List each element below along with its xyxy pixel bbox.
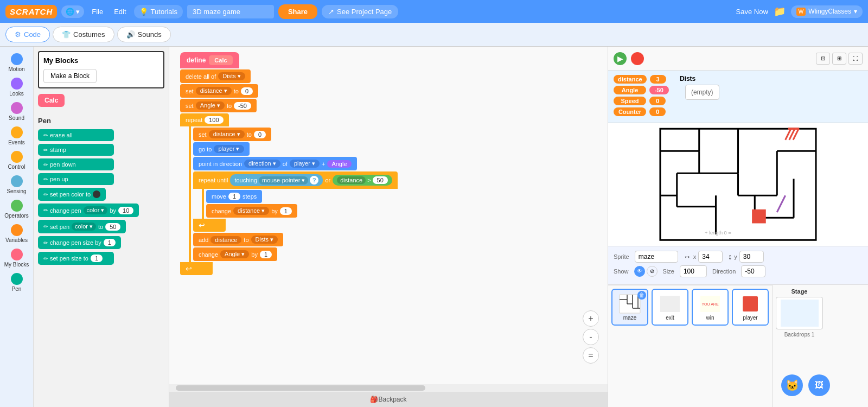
define-block[interactable]: define Calc [180,52,239,68]
set-distance-block-2[interactable]: set distance ▾ to 0 [193,128,271,141]
angle-badge[interactable]: Angle [327,160,351,168]
small-stage-button[interactable]: ⊡ [816,53,830,65]
change-pen-size-block[interactable]: ✏ change pen size by 1 [38,236,121,249]
y-input[interactable] [739,251,764,263]
sidebar-item-looks[interactable]: Looks [2,75,32,99]
x-input[interactable] [698,251,723,263]
change-angle-block[interactable]: change Angle ▾ by 1 [193,247,277,261]
change-angle-dropdown[interactable]: Angle ▾ [220,250,249,258]
tutorials-button[interactable]: 💡 Tutorials [134,5,183,18]
pen-color2-value[interactable]: 50 [105,223,120,231]
pen-size2-value[interactable]: 1 [91,255,103,262]
point-direction-block[interactable]: point in direction direction ▾ of player… [193,157,357,170]
pen-color-dropdown[interactable]: color ▾ [84,206,108,214]
project-title-input[interactable] [187,5,274,18]
make-block-button[interactable]: Make a Block [43,69,97,83]
direction-dropdown[interactable]: direction ▾ [244,160,280,168]
show-hidden-button[interactable]: ⊘ [647,266,658,277]
fullscreen-button[interactable]: ⛶ [848,53,863,65]
sprite-maze[interactable]: 🗑 [611,289,648,326]
repeat-100-block[interactable]: repeat 100 [180,113,229,126]
zoom-out-button[interactable]: - [583,329,599,345]
sidebar-item-operators[interactable]: Operators [2,198,32,221]
pen-size-value[interactable]: 1 [104,239,116,246]
backpack-bar[interactable]: 🎒 Backpack [169,392,608,407]
sidebar-item-sound[interactable]: Sound [2,100,32,123]
distance-dropdown-2[interactable]: distance ▾ [209,130,245,138]
angle-dropdown[interactable]: Angle ▾ [196,101,225,110]
sidebar-item-variables[interactable]: Variables [2,222,32,245]
sprite-name-input[interactable] [635,251,678,263]
sprite-win[interactable]: YOU ARE win [692,289,729,326]
large-stage-button[interactable]: ⊞ [832,53,846,65]
sprite-player[interactable]: player [732,289,769,326]
change-distance-block[interactable]: change distance ▾ by 1 [206,204,297,218]
dists-dropdown-2[interactable]: Dists ▾ [251,236,278,244]
add-sprite-button[interactable]: 🐱 [781,374,803,396]
player-dropdown[interactable]: player ▾ [290,160,320,168]
direction-input[interactable] [741,265,765,277]
horizontal-scrollbar[interactable] [169,384,608,392]
user-badge[interactable]: W WlingyClasses ▾ [791,5,863,18]
see-project-button[interactable]: ↗ See Project Page [322,5,398,18]
save-now-button[interactable]: Save Now [736,8,768,16]
set-distance-block[interactable]: set distance ▾ to 0 [180,84,258,98]
tab-sounds[interactable]: 🔊 Sounds [117,27,171,42]
sidebar-item-sensing[interactable]: Sensing [2,173,32,196]
distance-value-1[interactable]: 0 [241,87,253,95]
pen-color2-dropdown[interactable]: color ▾ [72,222,96,231]
show-visible-button[interactable]: 👁 [634,266,645,277]
add-distance-block[interactable]: add distance to Dists ▾ [193,233,283,246]
stamp-block[interactable]: ✏ stamp [38,144,114,156]
set-pen-size-block[interactable]: ✏ set pen size to 1 [38,252,114,265]
angle-value[interactable]: -50 [234,102,251,110]
repeat-100-value[interactable]: 100 [205,116,223,124]
edit-menu[interactable]: Edit [111,5,129,18]
file-menu[interactable]: File [88,5,106,18]
tab-code[interactable]: ⚙ Code [5,27,50,42]
move-steps-value[interactable]: 1 [228,193,240,200]
sprite-maze-delete[interactable]: 🗑 [637,291,646,300]
scratch-logo[interactable]: SCRATCH [5,5,57,18]
pen-color-value[interactable]: 10 [118,207,133,214]
distance-value-2[interactable]: 0 [254,131,266,138]
distance-dropdown-cond[interactable]: distance [337,176,366,184]
sidebar-item-motion[interactable]: Motion [2,51,32,74]
sidebar-item-events[interactable]: Events [2,124,32,148]
calc-block[interactable]: Calc [38,94,65,107]
share-button[interactable]: Share [278,4,317,19]
change-distance-value[interactable]: 1 [280,207,292,215]
dists-dropdown-1[interactable]: Dists ▾ [218,72,245,80]
change-pen-color-block[interactable]: ✏ change pen color ▾ by 10 [38,204,139,217]
change-angle-value[interactable]: 1 [260,251,272,258]
zoom-fit-button[interactable]: = [583,347,599,364]
distance-condition[interactable]: distance > 50 [333,175,392,186]
erase-all-block[interactable]: ✏ erase all [38,129,114,141]
pen-down-block[interactable]: ✏ pen down [38,158,114,170]
delete-all-block[interactable]: delete all of Dists ▾ [180,69,251,83]
set-pen-color-block[interactable]: ✏ set pen color to [38,188,106,201]
touching-condition[interactable]: touching mouse-pointer ▾ ? [230,174,323,186]
add-backdrop-button[interactable]: 🖼 [808,374,830,396]
zoom-in-button[interactable]: + [583,310,599,327]
size-input[interactable] [680,265,707,277]
sprite-exit[interactable]: exit [652,289,688,326]
stage-canvas[interactable]: + length 0 = [608,123,868,246]
stage-backdrop-thumb[interactable] [776,297,823,329]
scrollbar-thumb[interactable] [176,385,425,391]
distance-threshold[interactable]: 50 [373,176,388,184]
set-pen-color-to-block[interactable]: ✏ set pen color ▾ to 50 [38,220,126,233]
repeat-until-block[interactable]: repeat until touching mouse-pointer ▾ ? … [193,171,398,189]
distance-dropdown-1[interactable]: distance ▾ [196,87,232,95]
tab-costumes[interactable]: 👕 Costumes [53,27,114,42]
change-distance-dropdown[interactable]: distance ▾ [233,207,269,215]
sidebar-item-myblocks[interactable]: My Blocks [2,246,32,270]
goto-player-dropdown[interactable]: player ▾ [214,145,244,153]
mouse-pointer-dropdown[interactable]: mouse-pointer ▾ [259,176,308,185]
stop-button[interactable] [631,52,644,65]
go-to-block[interactable]: go to player ▾ [193,142,250,156]
pen-up-block[interactable]: ✏ pen up [38,173,114,185]
move-block[interactable]: move 1 steps [206,190,262,203]
sidebar-item-pen[interactable]: Pen [2,271,32,294]
folder-icon[interactable]: 📁 [774,5,786,17]
